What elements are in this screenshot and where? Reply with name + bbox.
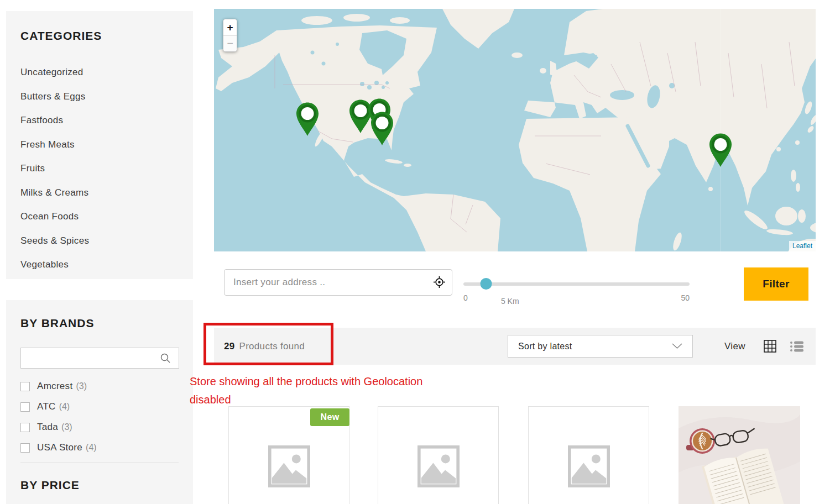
- categories-title: CATEGORIES: [20, 29, 179, 43]
- category-item-butters-eggs[interactable]: Butters & Eggs: [20, 91, 179, 102]
- category-item-fresh-meats[interactable]: Fresh Meats: [20, 139, 179, 150]
- brand-count: (3): [76, 381, 87, 391]
- store-marker-california[interactable]: [295, 101, 320, 136]
- checkbox-atc[interactable]: [20, 402, 30, 412]
- annotation-line-1: Store showing all the products with Geol…: [190, 372, 499, 391]
- sort-selected-value: Sort by latest: [518, 342, 572, 351]
- address-input[interactable]: [224, 269, 452, 296]
- map-zoom-control: + −: [223, 19, 237, 52]
- category-item-fruits[interactable]: Fruits: [20, 163, 179, 174]
- sort-dropdown[interactable]: Sort by latest: [508, 335, 693, 358]
- address-field-wrap: [224, 269, 452, 296]
- brand-label: USA Store: [37, 442, 82, 453]
- brand-count: (4): [86, 443, 97, 453]
- brand-search-input[interactable]: [20, 348, 179, 369]
- products-count: 29: [224, 341, 235, 352]
- slider-max-label: 50: [681, 293, 690, 302]
- grid-view-icon[interactable]: [764, 340, 776, 355]
- category-item-fastfoods[interactable]: Fastfoods: [20, 115, 179, 126]
- brand-filter-amcrest[interactable]: Amcrest (3): [20, 381, 179, 392]
- price-title: BY PRICE: [20, 479, 179, 492]
- product-card-1[interactable]: New: [228, 406, 349, 504]
- slider-current-value: 5 Km: [501, 297, 519, 306]
- brand-label: Amcrest: [37, 381, 72, 392]
- chevron-down-icon: [672, 342, 682, 351]
- category-item-uncategorized[interactable]: Uncategorized: [20, 67, 179, 78]
- product-placeholder-image: [529, 444, 649, 489]
- geolocate-icon[interactable]: [433, 276, 446, 291]
- store-marker-india[interactable]: [708, 132, 733, 167]
- search-icon: [160, 353, 171, 366]
- product-card-4[interactable]: [679, 406, 800, 504]
- product-placeholder-image: [229, 444, 349, 489]
- product-card-2[interactable]: [378, 406, 499, 504]
- brand-count: (4): [59, 402, 70, 412]
- category-item-milks-creams[interactable]: Milks & Creams: [20, 187, 179, 198]
- results-toolbar: 29 Products found Sort by latest View: [214, 328, 816, 365]
- brand-label: ATC: [37, 401, 56, 412]
- brand-filter-usa-store[interactable]: USA Store (4): [20, 442, 179, 453]
- zoom-out-button[interactable]: −: [223, 35, 237, 51]
- filter-button[interactable]: Filter: [744, 267, 808, 301]
- new-badge: New: [310, 408, 349, 426]
- checkbox-tada[interactable]: [20, 423, 30, 432]
- view-label: View: [724, 328, 745, 365]
- checkbox-usa-store[interactable]: [20, 443, 30, 453]
- radius-slider-handle[interactable]: [480, 278, 492, 290]
- checkbox-amcrest[interactable]: [20, 382, 30, 391]
- brand-filter-atc[interactable]: ATC (4): [20, 401, 179, 412]
- category-item-seeds-spices[interactable]: Seeds & Spices: [20, 235, 179, 246]
- sidebar-divider: [20, 463, 179, 463]
- sidebar-categories-panel: CATEGORIES Uncategorized Butters & Eggs …: [6, 11, 193, 279]
- category-item-vegetables[interactable]: Vegetables: [20, 259, 179, 270]
- product-card-3[interactable]: [528, 406, 649, 504]
- radius-slider-track[interactable]: [463, 282, 690, 286]
- leaflet-attribution-link[interactable]: Leaflet: [789, 241, 816, 251]
- radius-slider-zone: 0 5 Km 50: [463, 269, 690, 302]
- brand-count: (3): [61, 422, 72, 432]
- product-photo-coffee-book: [679, 406, 800, 504]
- brands-title: BY BRANDS: [20, 317, 179, 330]
- store-locator-page: CATEGORIES Uncategorized Butters & Eggs …: [0, 0, 835, 504]
- store-locator-card: + − Leaflet: [214, 9, 816, 312]
- slider-min-label: 0: [463, 293, 468, 302]
- list-view-icon[interactable]: [790, 340, 804, 355]
- annotation-line-2: disabled: [190, 391, 499, 409]
- brand-filter-tada[interactable]: Tada (3): [20, 422, 179, 433]
- category-item-ocean-foods[interactable]: Ocean Foods: [20, 211, 179, 222]
- zoom-in-button[interactable]: +: [223, 19, 237, 35]
- categories-list: Uncategorized Butters & Eggs Fastfoods F…: [20, 67, 179, 270]
- products-count-label: Products found: [239, 341, 305, 352]
- leaflet-map[interactable]: + − Leaflet: [214, 9, 816, 251]
- brands-list: Amcrest (3) ATC (4) Tada (3) USA Store (…: [20, 381, 179, 453]
- sidebar-brands-panel: BY BRANDS Amcrest (3) ATC (4) Tada (3): [6, 300, 193, 504]
- product-placeholder-image: [378, 444, 498, 489]
- products-found: 29 Products found: [224, 328, 305, 365]
- store-marker-gulf-florida[interactable]: [369, 111, 395, 146]
- annotation-text: Store showing all the products with Geol…: [190, 372, 499, 409]
- brand-label: Tada: [37, 422, 58, 433]
